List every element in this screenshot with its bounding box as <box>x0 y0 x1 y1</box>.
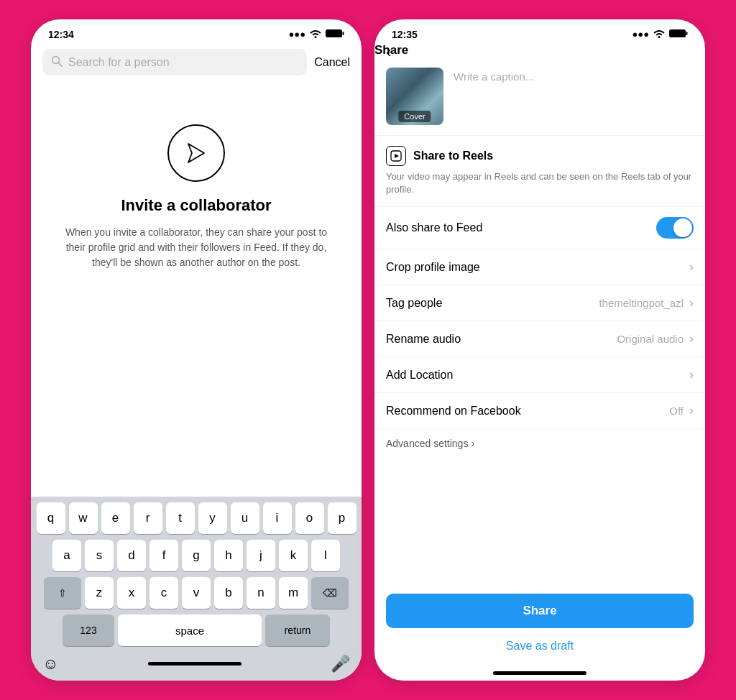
key-b[interactable]: b <box>214 577 243 609</box>
back-button[interactable]: ‹ <box>386 43 391 62</box>
advanced-settings-row[interactable]: Advanced settings › <box>374 429 705 458</box>
save-draft-button[interactable]: Save as draft <box>386 637 694 655</box>
recommend-fb-chevron: › <box>689 403 694 418</box>
reels-title: Share to Reels <box>413 149 493 162</box>
left-status-bar: 12:34 ●●● <box>31 19 362 43</box>
svg-line-3 <box>59 63 63 67</box>
share-to-reels-section: Share to Reels Your video may appear in … <box>374 136 705 207</box>
search-icon <box>51 55 63 69</box>
signal-icon: ●●● <box>288 29 305 40</box>
key-h[interactable]: h <box>214 540 243 571</box>
key-y[interactable]: y <box>198 502 227 534</box>
key-x[interactable]: x <box>117 577 146 609</box>
cover-badge: Cover <box>398 111 431 122</box>
rename-audio-right: Original audio › <box>617 331 694 346</box>
key-space[interactable]: space <box>118 614 262 646</box>
key-a[interactable]: a <box>52 540 81 571</box>
key-w[interactable]: w <box>69 502 98 534</box>
advanced-settings-chevron: › <box>471 438 474 449</box>
invite-section: Invite a collaborator When you invite a … <box>31 81 362 497</box>
right-time: 12:35 <box>392 29 418 40</box>
key-r[interactable]: r <box>134 502 162 534</box>
crop-profile-right: › <box>689 259 694 275</box>
right-home-indicator <box>493 671 586 675</box>
add-location-chevron: › <box>689 367 694 382</box>
key-p[interactable]: p <box>328 502 356 534</box>
svg-rect-0 <box>326 29 342 37</box>
share-btn-area: Share Save as draft <box>374 582 705 667</box>
right-status-icons: ●●● <box>632 28 688 40</box>
add-location-right: › <box>689 367 694 382</box>
share-button[interactable]: Share <box>386 594 694 628</box>
keyboard-row-4: 123 space return <box>34 614 359 646</box>
key-k[interactable]: k <box>279 540 308 571</box>
key-j[interactable]: j <box>247 540 275 571</box>
svg-marker-4 <box>188 144 204 162</box>
caption-area: Cover Write a caption... <box>374 57 705 136</box>
right-phone: 12:35 ●●● ‹ Share Cover Write a caption <box>374 19 705 681</box>
keyboard-row-3: ⇧ z x c v b n m ⌫ <box>34 577 359 609</box>
key-return[interactable]: return <box>265 614 330 646</box>
tag-people-label: Tag people <box>386 297 442 310</box>
search-bar[interactable]: Search for a person <box>42 49 307 75</box>
key-123[interactable]: 123 <box>63 614 114 646</box>
tag-people-value: themeltingpot_azl <box>599 297 684 309</box>
keyboard-bottom-row: ☺ 🎤 <box>34 652 359 676</box>
microphone-icon[interactable]: 🎤 <box>331 655 350 673</box>
svg-rect-6 <box>686 32 688 35</box>
invite-icon <box>167 124 225 182</box>
key-shift[interactable]: ⇧ <box>44 577 81 609</box>
key-delete[interactable]: ⌫ <box>311 577 349 609</box>
emoji-icon[interactable]: ☺ <box>42 655 58 673</box>
add-location-row[interactable]: Add Location › <box>374 357 705 393</box>
key-g[interactable]: g <box>182 540 211 571</box>
recommend-fb-right: Off › <box>669 403 694 418</box>
key-c[interactable]: c <box>150 577 178 609</box>
advanced-settings-label: Advanced settings <box>386 438 468 449</box>
key-f[interactable]: f <box>150 540 178 571</box>
outer-container: 12:34 ●●● Search for a person <box>17 5 719 695</box>
key-s[interactable]: s <box>85 540 114 571</box>
crop-profile-chevron: › <box>689 259 694 275</box>
crop-profile-label: Crop profile image <box>386 261 480 274</box>
right-header: ‹ Share <box>374 43 705 57</box>
left-phone: 12:34 ●●● Search for a person <box>31 19 362 681</box>
caption-input[interactable]: Write a caption... <box>454 68 534 125</box>
key-e[interactable]: e <box>101 502 130 534</box>
thumbnail: Cover <box>386 68 443 125</box>
key-t[interactable]: t <box>166 502 195 534</box>
right-battery-icon <box>669 29 688 40</box>
crop-profile-row[interactable]: Crop profile image › <box>374 249 705 285</box>
search-placeholder: Search for a person <box>68 56 170 69</box>
toggle-knob <box>673 218 692 237</box>
also-share-feed-toggle[interactable] <box>656 217 694 239</box>
home-indicator <box>148 662 242 666</box>
key-u[interactable]: u <box>231 502 259 534</box>
right-wifi-icon <box>653 28 666 40</box>
invite-desc: When you invite a collaborator, they can… <box>60 225 333 270</box>
svg-rect-1 <box>343 32 344 35</box>
add-location-label: Add Location <box>386 369 453 382</box>
invite-title: Invite a collaborator <box>121 196 271 215</box>
also-share-feed-row: Also share to Feed <box>374 207 705 249</box>
tag-people-chevron: › <box>689 295 694 310</box>
key-m[interactable]: m <box>279 577 308 609</box>
tag-people-row[interactable]: Tag people themeltingpot_azl › <box>374 285 705 321</box>
left-time: 12:34 <box>48 29 74 40</box>
keyboard-row-1: q w e r t y u i o p <box>34 502 359 534</box>
key-n[interactable]: n <box>247 577 275 609</box>
rename-audio-label: Rename audio <box>386 333 461 346</box>
key-o[interactable]: o <box>295 502 324 534</box>
key-d[interactable]: d <box>117 540 146 571</box>
header-title: Share <box>374 43 408 57</box>
key-i[interactable]: i <box>263 502 292 534</box>
rename-audio-row[interactable]: Rename audio Original audio › <box>374 321 705 357</box>
key-l[interactable]: l <box>311 540 340 571</box>
cancel-button[interactable]: Cancel <box>314 56 350 69</box>
recommend-fb-row[interactable]: Recommend on Facebook Off › <box>374 393 705 429</box>
key-z[interactable]: z <box>85 577 114 609</box>
right-status-bar: 12:35 ●●● <box>374 19 705 43</box>
key-v[interactable]: v <box>182 577 211 609</box>
rename-audio-value: Original audio <box>617 333 684 345</box>
key-q[interactable]: q <box>37 502 65 534</box>
